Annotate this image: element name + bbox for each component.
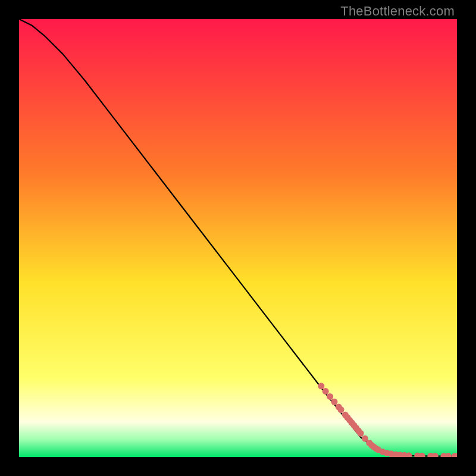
data-marker (318, 383, 324, 389)
data-marker (358, 430, 364, 437)
gradient-background (19, 19, 457, 457)
data-marker (337, 406, 344, 413)
chart-frame (19, 19, 457, 457)
chart-svg (19, 19, 457, 457)
data-marker (327, 393, 333, 400)
watermark-text: TheBottleneck.com (340, 4, 455, 19)
data-marker (331, 399, 337, 405)
data-marker (322, 388, 329, 394)
